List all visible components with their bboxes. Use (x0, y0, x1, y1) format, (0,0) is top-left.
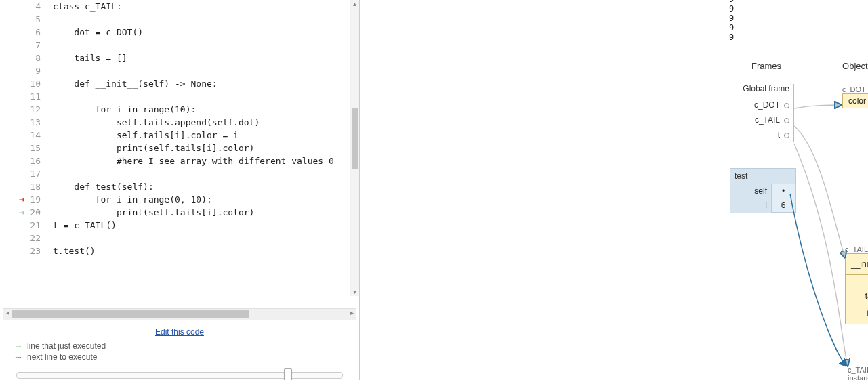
code-line (50, 39, 337, 51)
code-editor: 4class c_TAIL:56 dot = c_DOT()78 tails =… (0, 0, 359, 308)
legend-just-executed: line that just executed (27, 341, 106, 351)
global-var: t (778, 130, 780, 140)
line-number: 9 (0, 64, 50, 77)
test-frame-title: test (730, 169, 795, 184)
ctail-attr: tails (846, 289, 869, 303)
ctail-instance-label: c_TAIL instance (848, 366, 868, 380)
line-number: 10 (0, 77, 50, 90)
ctail-attr: dot (846, 275, 869, 289)
line-number: 23 (0, 245, 50, 257)
code-line: class c_TAIL: (50, 0, 337, 13)
code-line (50, 13, 337, 26)
code-line: self.tails.append(self.dot) (50, 116, 337, 129)
scroll-down-icon[interactable]: ▾ (350, 288, 358, 296)
known-limitations-link[interactable]: known limitations (152, 0, 209, 1)
line-number: → 20 (0, 206, 50, 219)
code-line (50, 64, 337, 77)
line-number: 5 (0, 13, 50, 26)
line-number: 14 (0, 129, 50, 142)
line-number: 18 (0, 180, 50, 193)
cdot-class-label: c_DOT class (842, 85, 868, 93)
pointer-dot-icon (784, 133, 789, 138)
slider-thumb[interactable] (284, 368, 292, 380)
code-line: def test(self): (50, 180, 337, 193)
cdot-class-object: c_DOT class color 0 (842, 85, 868, 108)
code-line: for i in range(10): (50, 103, 337, 116)
global-var: c_TAIL (755, 115, 780, 125)
code-line: tails = [] (50, 51, 337, 64)
line-number: 13 (0, 116, 50, 129)
scroll-right-icon[interactable]: ▸ (348, 309, 356, 318)
code-line: self.tails[i].color = i (50, 129, 337, 142)
line-number: 6 (0, 26, 50, 39)
global-frame: Global frame c_DOTc_TAILt (730, 84, 794, 142)
test-frame-i-val: 6 (772, 198, 795, 213)
red-arrow-icon: → (14, 352, 23, 362)
frames-heading: Frames (751, 61, 781, 71)
ctail-class-label: c_TAIL class (845, 245, 868, 253)
code-line: dot = c_DOT() (50, 26, 337, 39)
edit-code-link[interactable]: Edit this code (155, 327, 204, 337)
green-arrow-icon: → (14, 341, 23, 351)
legend-next-line: next line to execute (27, 352, 97, 362)
ctail-class-object: c_TAIL class __init__function__init__(se… (845, 245, 868, 324)
cdot-class-attr: color (843, 94, 869, 108)
pointer-dot-icon (784, 103, 789, 108)
code-line (50, 167, 337, 180)
ctail-attr: __init__ (846, 254, 869, 275)
scroll-up-icon[interactable]: ▴ (350, 0, 358, 8)
code-line: t.test() (50, 245, 337, 257)
pointer-dot-icon (784, 118, 789, 123)
line-number: 8 (0, 51, 50, 64)
scroll-left-icon[interactable]: ◂ (3, 309, 12, 318)
global-frame-title: Global frame (730, 84, 789, 98)
code-line: t = c_TAIL() (50, 219, 337, 232)
line-number: 17 (0, 167, 50, 180)
code-line: def __init__(self) -> None: (50, 77, 337, 90)
line-number: 12 (0, 103, 50, 116)
horizontal-scroll-thumb[interactable] (12, 310, 249, 318)
line-number: → 19 (0, 193, 50, 206)
code-vertical-scrollbar[interactable]: ▴ ▾ (350, 0, 359, 296)
legend: →line that just executed →next line to e… (0, 341, 359, 369)
test-frame-self-ptr: • (772, 184, 795, 198)
code-line (50, 90, 337, 103)
code-line: print(self.tails[i].color) (50, 206, 337, 219)
program-output: 9 9 9 9 9 (726, 0, 868, 45)
line-number: 7 (0, 39, 50, 51)
test-frame: test self• i6 (730, 168, 796, 213)
line-number: 11 (0, 90, 50, 103)
code-line: #here I see array with different values … (50, 154, 337, 167)
code-line: for i in range(0, 10): (50, 193, 337, 206)
line-number: 21 (0, 219, 50, 232)
code-line (50, 232, 337, 245)
line-number: 15 (0, 142, 50, 154)
test-frame-self: self (730, 184, 772, 198)
line-number: 4 (0, 0, 50, 13)
vertical-scroll-thumb[interactable] (352, 108, 358, 169)
ctail-attr: test (846, 303, 869, 324)
global-var: c_DOT (754, 100, 780, 110)
line-number: 22 (0, 232, 50, 245)
code-line: print(self.tails[i].color) (50, 142, 337, 154)
objects-heading: Objects (842, 61, 868, 71)
step-slider[interactable] (16, 372, 343, 379)
test-frame-i-name: i (730, 198, 772, 213)
line-number: 16 (0, 154, 50, 167)
code-horizontal-scrollbar[interactable]: ◂ ▸ (3, 308, 356, 320)
